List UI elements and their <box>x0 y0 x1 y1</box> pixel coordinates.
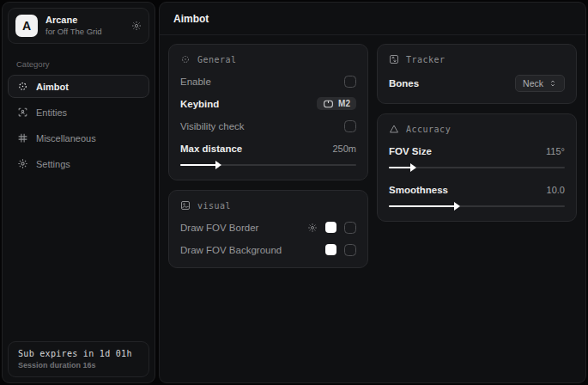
bones-row: Bones Neck <box>389 75 565 92</box>
tracker-card-title: Tracker <box>406 55 446 64</box>
keybind-label: Keybind <box>180 99 219 109</box>
sidebar: A Arcane for Off The Grid Category Aimbo… <box>2 2 155 383</box>
app-name: Arcane <box>45 15 124 27</box>
content: General Enable Keybind M2 <box>160 35 585 277</box>
mouse-icon <box>323 100 334 108</box>
keybind-button[interactable]: M2 <box>317 97 356 110</box>
accuracy-card: Accuracy FOV Size 115° Smoothness 10.0 <box>377 113 577 222</box>
app-logo-card: A Arcane for Off The Grid <box>8 8 149 44</box>
category-label: Category <box>16 59 141 69</box>
unfold-icon <box>549 79 557 88</box>
entities-icon <box>17 107 28 118</box>
fov-border-color-swatch[interactable] <box>325 222 336 233</box>
grid-icon <box>17 132 28 144</box>
main-header: Aimbot <box>160 3 585 35</box>
image-icon <box>180 200 191 211</box>
slider-thumb[interactable] <box>454 202 460 211</box>
draw-fov-border-row: Draw FOV Border <box>180 221 356 234</box>
smoothness-slider[interactable] <box>389 203 565 210</box>
sidebar-nav: Aimbot Entities Miscellaneous Settings <box>3 75 155 175</box>
sidebar-item-label: Settings <box>36 159 70 169</box>
subscription-card: Sub expires in 1d 01h Session duration 1… <box>8 341 149 377</box>
visibility-check-row: Visibility check <box>180 119 356 132</box>
tracker-card: Tracker Bones Neck <box>377 44 577 104</box>
fov-size-row: FOV Size 115° <box>389 144 565 157</box>
subscription-expires: Sub expires in 1d 01h <box>18 349 139 358</box>
slider-thumb[interactable] <box>215 161 221 169</box>
max-distance-row: Max distance 250m <box>180 142 356 155</box>
gear-icon[interactable] <box>131 21 142 31</box>
fov-size-value: 115° <box>546 146 565 156</box>
draw-fov-background-label: Draw FOV Background <box>180 245 282 255</box>
bones-label: Bones <box>389 78 419 89</box>
draw-fov-border-label: Draw FOV Border <box>180 223 258 233</box>
fov-size-label: FOV Size <box>389 146 432 156</box>
enable-row: Enable <box>180 75 356 88</box>
draw-fov-border-checkbox[interactable] <box>344 222 356 234</box>
sidebar-item-miscellaneous[interactable]: Miscellaneous <box>8 126 149 150</box>
fov-background-color-swatch[interactable] <box>325 244 336 255</box>
crosshair-icon <box>180 54 191 64</box>
sidebar-item-settings[interactable]: Settings <box>8 152 149 175</box>
smoothness-label: Smoothness <box>389 185 448 195</box>
visual-card-title: visual <box>197 201 231 211</box>
draw-fov-background-checkbox[interactable] <box>344 244 356 256</box>
crosshair-icon <box>17 81 28 92</box>
gear-icon <box>17 158 28 169</box>
general-card-title: General <box>197 55 237 64</box>
keybind-value: M2 <box>338 99 350 108</box>
gear-icon[interactable] <box>307 223 318 233</box>
triangle-icon <box>389 124 399 134</box>
enable-checkbox[interactable] <box>344 76 356 88</box>
smoothness-value: 10.0 <box>547 185 565 195</box>
tracker-icon <box>389 54 399 64</box>
app-window: A Arcane for Off The Grid Category Aimbo… <box>0 0 588 385</box>
enable-label: Enable <box>180 76 211 87</box>
general-card: General Enable Keybind M2 <box>168 44 368 180</box>
sidebar-item-aimbot[interactable]: Aimbot <box>8 75 149 98</box>
main-panel: Aimbot General Enable <box>159 2 586 383</box>
session-duration: Session duration 16s <box>18 361 139 370</box>
bones-value: Neck <box>523 78 543 89</box>
accuracy-card-title: Accuracy <box>406 125 451 134</box>
draw-fov-background-row: Draw FOV Background <box>180 243 356 256</box>
sidebar-item-entities[interactable]: Entities <box>8 101 149 124</box>
slider-thumb[interactable] <box>410 163 416 172</box>
fov-size-slider[interactable] <box>389 164 565 171</box>
sidebar-item-label: Entities <box>36 107 67 118</box>
app-tagline: for Off The Grid <box>45 27 124 37</box>
app-logo: A <box>15 15 38 37</box>
page-title: Aimbot <box>173 13 572 25</box>
visual-card: visual Draw FOV Border Draw <box>168 190 368 268</box>
keybind-row: Keybind M2 <box>180 97 356 110</box>
sidebar-item-label: Aimbot <box>36 82 69 92</box>
sidebar-item-label: Miscellaneous <box>36 133 96 144</box>
max-distance-label: Max distance <box>180 144 242 154</box>
max-distance-value: 250m <box>332 144 356 154</box>
max-distance-slider[interactable] <box>180 162 356 168</box>
smoothness-row: Smoothness 10.0 <box>389 183 565 196</box>
visibility-check-checkbox[interactable] <box>344 120 356 132</box>
visibility-check-label: Visibility check <box>180 121 245 131</box>
bones-select[interactable]: Neck <box>515 75 565 92</box>
